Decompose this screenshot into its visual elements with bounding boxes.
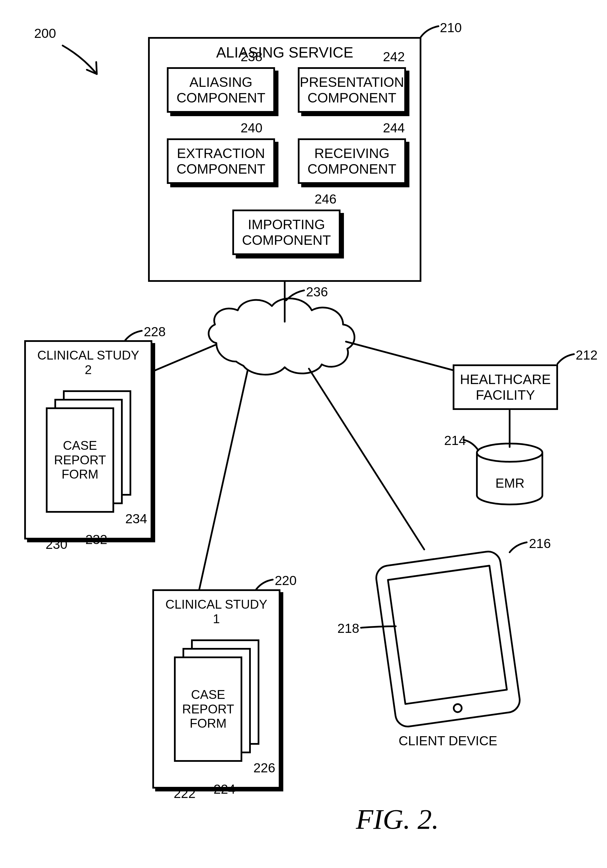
aliasing-service-title: ALIASING SERVICE (150, 44, 420, 61)
client-device-label: CLIENT DEVICE (399, 733, 497, 749)
svg-point-9 (453, 704, 463, 713)
importing-component-box: IMPORTING COMPONENT (232, 209, 340, 255)
ref-228: 228 (144, 324, 166, 339)
svg-rect-8 (388, 566, 507, 704)
ref-224: 224 (214, 781, 236, 797)
ref-236: 236 (306, 284, 328, 299)
aliasing-component-box: ALIASING COMPONENT (167, 67, 275, 113)
ref-230: 230 (45, 536, 67, 552)
cloud-icon (209, 298, 354, 375)
importing-component-label: IMPORTING COMPONENT (242, 217, 331, 248)
ref-240: 240 (241, 120, 262, 135)
ref-222: 222 (174, 786, 196, 801)
ref-234: 234 (125, 511, 147, 526)
ref-242: 242 (383, 49, 405, 64)
receiving-component-box: RECEIVING COMPONENT (298, 138, 406, 184)
crf2-front: CASE REPORT FORM (46, 408, 114, 513)
healthcare-facility-box: HEALTHCARE FACILITY (453, 364, 558, 410)
svg-line-2 (346, 342, 453, 370)
crf1-label: CASE REPORT FORM (182, 688, 234, 731)
clinical-study-2-title: CLINICAL STUDY 2 (26, 348, 151, 377)
aliasing-component-label: ALIASING COMPONENT (177, 74, 265, 105)
svg-line-4 (309, 369, 424, 549)
extraction-component-box: EXTRACTION COMPONENT (167, 138, 275, 184)
leader-218 (361, 626, 396, 628)
emr-label: EMR (495, 476, 525, 491)
clinical-study-1-title: CLINICAL STUDY 1 (154, 597, 279, 626)
svg-rect-7 (375, 550, 521, 728)
ref-244: 244 (383, 120, 405, 135)
leader-228 (125, 331, 142, 340)
ref-220: 220 (275, 573, 297, 588)
presentation-component-box: PRESENTATION COMPONENT (298, 67, 406, 113)
leader-216 (510, 542, 527, 552)
ref-218: 218 (337, 621, 359, 636)
presentation-component-label: PRESENTATION COMPONENT (300, 74, 404, 105)
ref-200: 200 (34, 26, 56, 41)
clinical-study-2-box: CLINICAL STUDY 2 CASE REPORT FORM (24, 340, 152, 539)
svg-line-1 (152, 344, 216, 372)
figure-caption: FIG. 2. (356, 803, 439, 835)
ref-226: 226 (253, 760, 275, 775)
ref-246: 246 (315, 191, 337, 207)
svg-point-6 (477, 443, 542, 462)
ref-232: 232 (85, 532, 107, 547)
leader-236 (286, 290, 304, 300)
svg-line-3 (199, 370, 248, 589)
arrow-200-head (87, 62, 97, 74)
leader-212 (557, 354, 574, 364)
clinical-study-1-box: CLINICAL STUDY 1 CASE REPORT FORM (152, 589, 281, 789)
leader-210 (421, 26, 438, 37)
ref-214: 214 (444, 433, 466, 448)
aliasing-service-box: ALIASING SERVICE ALIASING COMPONENT PRES… (148, 37, 421, 282)
crf2-label: CASE REPORT FORM (54, 439, 106, 482)
crf1-front: CASE REPORT FORM (174, 656, 242, 762)
ref-238: 238 (241, 49, 262, 64)
leader-220 (256, 580, 273, 589)
arrow-200-shaft (63, 45, 97, 74)
ref-216: 216 (529, 536, 551, 551)
ref-210: 210 (440, 20, 462, 35)
receiving-component-label: RECEIVING COMPONENT (307, 146, 396, 177)
tablet-icon (375, 550, 521, 728)
ref-212: 212 (576, 347, 598, 363)
healthcare-facility-label: HEALTHCARE FACILITY (460, 372, 551, 403)
figure-stage: 200 ALIASING SERVICE ALIASING COMPONENT … (0, 0, 607, 868)
extraction-component-label: EXTRACTION COMPONENT (177, 146, 265, 177)
